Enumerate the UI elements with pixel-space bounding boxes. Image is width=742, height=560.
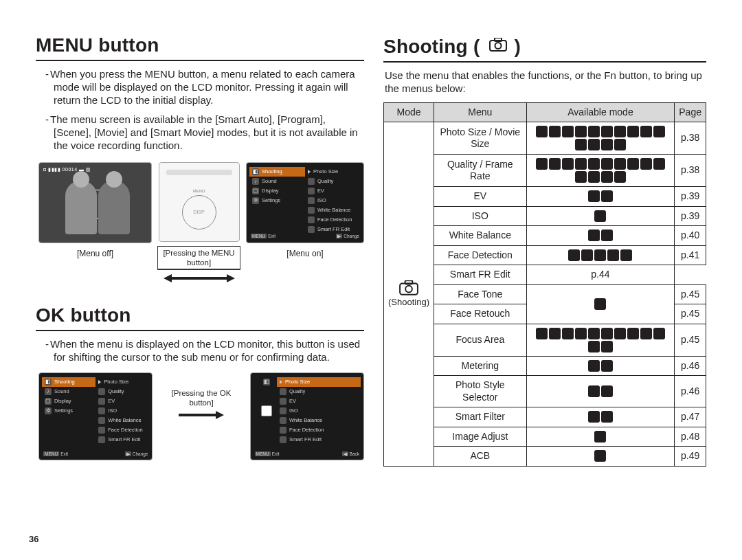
mode-icons xyxy=(531,411,671,423)
caption-menu-on: [Menu on] xyxy=(286,249,323,259)
th-available: Available mode xyxy=(526,102,675,122)
ok-para-1: -When the menu is displayed on the LCD m… xyxy=(54,338,364,364)
mode-icons xyxy=(531,126,671,150)
table-page-cell: p.47 xyxy=(675,407,706,427)
th-page: Page xyxy=(675,102,706,122)
table-menu-cell: ACB xyxy=(434,447,526,467)
table-menu-cell: Quality / Frame Rate xyxy=(434,155,526,187)
table-available-cell xyxy=(526,324,675,356)
table-available-cell xyxy=(526,447,675,467)
camera-icon xyxy=(489,33,507,57)
display-icon: ▢ xyxy=(252,188,259,194)
table-available-cell xyxy=(526,122,675,155)
svg-rect-1 xyxy=(495,38,502,41)
heading-ok-button: OK button xyxy=(36,303,364,331)
table-menu-cell: Face Tone xyxy=(434,284,526,304)
camera-icon: ◧ xyxy=(252,168,259,175)
camera-body-diagram: MENU DISP xyxy=(159,162,240,242)
table-menu-cell: Image Adjust xyxy=(434,427,526,447)
svg-point-5 xyxy=(405,285,412,292)
th-mode: Mode xyxy=(384,102,434,122)
mode-icons xyxy=(531,229,671,241)
lcd-ok-before: ◧Shooting ♪Sound ▢Display ✲Settings Phot… xyxy=(38,372,153,460)
table-available-cell xyxy=(526,187,675,207)
table-page-cell: p.41 xyxy=(675,245,706,265)
table-available-cell xyxy=(526,155,675,187)
caption-pressing-menu: [Pressing the MENU button] xyxy=(157,246,240,271)
mode-cell: (Shooting) xyxy=(384,122,434,467)
table-page-cell: p.44 xyxy=(526,265,675,285)
mode-icons xyxy=(531,190,671,202)
table-page-cell: p.38 xyxy=(675,122,706,155)
sound-icon: ♪ xyxy=(252,178,259,185)
table-available-cell xyxy=(526,245,675,265)
shooting-menu-table: Mode Menu Available mode Page (Shooting)… xyxy=(383,102,706,467)
mode-icons xyxy=(531,450,671,462)
table-page-cell: p.46 xyxy=(675,356,706,376)
mode-icons xyxy=(531,360,671,372)
mode-icons xyxy=(531,210,671,222)
shooting-intro: Use the menu that enables the functions,… xyxy=(385,69,706,96)
mode-icons xyxy=(531,158,671,183)
mode-icons xyxy=(531,385,671,397)
table-menu-cell: Focus Area xyxy=(434,324,526,356)
table-available-cell xyxy=(526,427,675,447)
mode-icons xyxy=(531,328,671,352)
mode-icons xyxy=(531,298,671,310)
table-menu-cell: Face Detection xyxy=(434,245,526,265)
mode-icons xyxy=(531,431,671,443)
table-available-cell xyxy=(526,407,675,427)
heading-shooting: Shooting ( ) xyxy=(383,33,706,63)
table-page-cell: p.45 xyxy=(675,304,706,324)
lcd-menu-on: ◧Shooting ♪Sound ▢Display ✲Settings Phot… xyxy=(246,162,364,243)
table-menu-cell: Face Retouch xyxy=(434,304,526,324)
table-menu-cell: ISO xyxy=(434,206,526,226)
svg-point-2 xyxy=(495,43,502,49)
table-page-cell: p.48 xyxy=(675,427,706,447)
lcd-ok-after: ◧ Photo Size Quality EV ISO White Balanc… xyxy=(250,372,364,460)
table-menu-cell: Metering xyxy=(434,356,526,376)
table-available-cell xyxy=(526,284,675,324)
table-page-cell: p.45 xyxy=(675,284,706,304)
arrow-right-icon xyxy=(177,410,225,420)
table-page-cell: p.38 xyxy=(675,155,706,187)
mode-icons xyxy=(531,249,671,261)
table-page-cell: p.40 xyxy=(675,226,706,246)
table-page-cell: p.45 xyxy=(675,324,706,356)
th-menu: Menu xyxy=(434,102,526,122)
table-page-cell: p.46 xyxy=(675,376,706,407)
table-menu-cell: White Balance xyxy=(434,226,526,246)
lcd-preview: ◘ ▮▮▮▮ 00014 ▬ ▥ xyxy=(38,162,152,243)
menu-para-2: -The menu screen is available in the [Sm… xyxy=(54,113,364,152)
table-page-cell: p.39 xyxy=(675,206,706,226)
table-menu-cell: Photo Size / Movie Size xyxy=(434,122,526,155)
table-menu-cell: EV xyxy=(434,187,526,207)
gear-icon: ✲ xyxy=(252,197,259,204)
figure-ok-button: ◧Shooting ♪Sound ▢Display ✲Settings Phot… xyxy=(36,372,364,460)
caption-menu-off: [Menu off] xyxy=(77,249,113,259)
table-menu-cell: Smart Filter xyxy=(434,407,526,427)
table-available-cell xyxy=(526,226,675,246)
table-available-cell xyxy=(526,356,675,376)
menu-para-1: -When you press the MENU button, a menu … xyxy=(54,68,364,107)
table-menu-cell: Smart FR Edit xyxy=(434,265,526,285)
double-arrow-icon xyxy=(159,273,240,284)
caption-pressing-ok: [Pressing the OK button] xyxy=(159,389,243,408)
table-page-cell: p.49 xyxy=(675,447,706,467)
table-menu-cell: Photo Style Selector xyxy=(434,376,526,407)
figure-menu-toggle: ◘ ▮▮▮▮ 00014 ▬ ▥ [Menu off] MENU DISP [P… xyxy=(36,162,364,284)
svg-rect-4 xyxy=(405,280,413,284)
table-available-cell xyxy=(526,206,675,226)
heading-menu-button: MENU button xyxy=(36,33,364,61)
page-number: 36 xyxy=(29,534,38,545)
table-available-cell xyxy=(526,376,675,407)
table-page-cell: p.39 xyxy=(675,187,706,207)
